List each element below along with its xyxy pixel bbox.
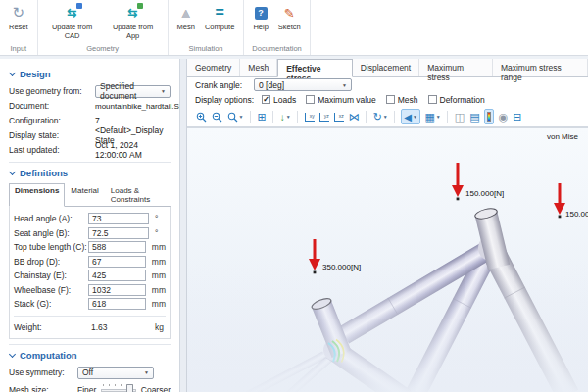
sketch-button[interactable]: ✎ Sketch: [273, 3, 306, 32]
last-updated-value: Oct 1, 2024 12:00:00 AM: [95, 140, 171, 160]
default-view-icon[interactable]: ↓▼: [280, 112, 291, 122]
zoom-out-icon[interactable]: [212, 112, 222, 122]
divider: [272, 111, 273, 122]
tab-loads-constraints[interactable]: Loads & Constraints: [105, 183, 171, 207]
weight-value: 1.63: [88, 322, 149, 332]
definitions-tab-strip: Dimensions Material Loads & Constraints: [9, 183, 171, 207]
compute-button[interactable]: = Compute: [200, 3, 239, 32]
ribbon-group-input: ↻ Reset Input: [0, 0, 38, 55]
load-arrow-1: [452, 163, 464, 200]
scene-light-icon: ◀: [404, 112, 412, 122]
legend-title: von Mise: [547, 132, 578, 141]
section-header-computation[interactable]: Computation: [9, 350, 171, 361]
divider: [14, 316, 166, 317]
update-from-cad-button[interactable]: ⇆ Update from CAD: [42, 3, 103, 42]
print-icon[interactable]: ⊟: [513, 111, 521, 123]
group-caption-documentation: Documentation: [248, 43, 305, 55]
load-label-350n: 350.000[N]: [322, 263, 361, 271]
graphics-viewport[interactable]: von Mise 150.000[N] 150.000[N] 350.000[N…: [187, 127, 588, 392]
results-panel: Geometry Mesh Effective stress Displacem…: [186, 59, 588, 392]
chainstay-input[interactable]: 425: [88, 270, 146, 281]
reset-button[interactable]: ↻ Reset: [4, 3, 33, 32]
mirror-view-icon[interactable]: ⋈: [349, 111, 360, 123]
chevron-down-icon: ▼: [144, 369, 149, 375]
checkbox-maximum-value[interactable]: Maximum value: [306, 95, 376, 105]
snapshot-camera-icon[interactable]: ◉: [499, 111, 509, 123]
bike-frame-3d-view: [187, 128, 588, 392]
color-legend-toggle[interactable]: [484, 109, 494, 124]
compute-icon: =: [215, 7, 223, 19]
help-button[interactable]: ? Help: [248, 3, 272, 32]
split-view-icon[interactable]: ◫: [455, 111, 465, 123]
scene-light-toggle[interactable]: ◀▼: [401, 109, 420, 124]
reset-icon: ↻: [13, 6, 25, 20]
tab-maximum-stress[interactable]: Maximum stress: [419, 59, 493, 76]
collapse-chevron-icon: [9, 70, 16, 76]
divider: [297, 111, 298, 122]
update-from-app-icon: ⇆: [128, 6, 138, 20]
crank-angle-dropdown[interactable]: 0 [deg] ▼: [254, 78, 352, 91]
view-xy-plane-icon[interactable]: xy: [305, 113, 315, 122]
group-caption-simulation: Simulation: [172, 43, 240, 55]
zoom-extents-icon[interactable]: ▼: [227, 112, 244, 122]
tab-maximum-stress-range[interactable]: Maximum stress range: [493, 59, 588, 76]
divider: [394, 111, 395, 122]
load-arrow-2: [554, 183, 565, 218]
zoom-in-icon[interactable]: [196, 112, 207, 122]
chevron-down-icon: ▼: [342, 82, 347, 88]
configuration-value: 7: [95, 116, 100, 125]
use-geometry-dropdown[interactable]: Specified document ▼: [95, 85, 171, 98]
rotate-view-icon[interactable]: ↻▼: [373, 111, 388, 123]
top-tube-length-input[interactable]: 588: [88, 241, 146, 253]
tab-dimensions[interactable]: Dimensions: [9, 183, 65, 207]
update-from-app-button[interactable]: ⇆ Update from App: [103, 3, 164, 42]
wheelbase-input[interactable]: 1032: [88, 284, 146, 296]
checkbox-icon: ✓: [262, 95, 270, 104]
checkbox-icon: [306, 95, 315, 104]
group-caption-geometry: Geometry: [42, 43, 164, 55]
tab-material[interactable]: Material: [65, 183, 104, 207]
sketch-icon: ✎: [284, 6, 295, 21]
mesh-button[interactable]: ▲ Mesh: [172, 3, 200, 32]
mesh-size-slider[interactable]: [101, 382, 135, 392]
transparency-icon[interactable]: ▦▼: [424, 111, 440, 123]
stack-input[interactable]: 618: [88, 298, 146, 310]
use-geometry-label: Use geometry from:: [9, 86, 95, 96]
divider: [250, 111, 251, 122]
tab-effective-stress[interactable]: Effective stress: [277, 59, 353, 77]
results-tab-strip: Geometry Mesh Effective stress Displacem…: [187, 59, 588, 77]
slider-handle[interactable]: [126, 384, 133, 392]
view-yz-plane-icon[interactable]: yz: [319, 113, 329, 122]
ribbon-group-simulation: ▲ Mesh = Compute Simulation: [169, 0, 245, 55]
checkbox-mesh[interactable]: Mesh: [386, 95, 418, 105]
bb-drop-input[interactable]: 67: [88, 256, 146, 268]
help-icon: ?: [255, 7, 268, 20]
tab-geometry[interactable]: Geometry: [187, 59, 240, 76]
display-options-label: Display options:: [195, 95, 262, 105]
checkbox-deformation[interactable]: Deformation: [428, 95, 485, 105]
checkbox-icon: [428, 95, 437, 104]
view-xz-plane-icon[interactable]: xz: [334, 113, 344, 122]
load-label-150n-b: 150.000[N]: [565, 210, 588, 219]
checkbox-icon: [386, 95, 395, 104]
zoom-box-icon[interactable]: ⊞: [257, 111, 266, 123]
collapse-chevron-icon: [9, 351, 16, 358]
divider: [9, 162, 171, 163]
mesh-icon: ▲: [179, 5, 193, 21]
section-header-definitions[interactable]: Definitions: [9, 168, 171, 178]
tab-displacement[interactable]: Displacement: [353, 59, 420, 76]
section-header-design[interactable]: Design: [9, 69, 171, 79]
use-symmetry-dropdown[interactable]: Off ▼: [77, 367, 154, 379]
divider: [447, 111, 448, 122]
settings-sidebar: Design Use geometry from: Specified docu…: [0, 59, 180, 392]
tab-mesh[interactable]: Mesh: [240, 59, 277, 76]
plot-settings-icon[interactable]: ▤: [469, 111, 479, 123]
seat-angle-input[interactable]: 72.5: [88, 227, 149, 239]
color-legend-icon: [487, 112, 491, 122]
checkbox-loads[interactable]: ✓ Loads: [262, 95, 296, 105]
head-angle-input[interactable]: 73: [88, 213, 149, 224]
graphics-toolbar: ▼ ⊞ ↓▼ xy yz xz ⋈ ↻▼ ◀▼ ▦▼ ◫ ▤ ◉ ⊟: [187, 107, 588, 127]
crank-angle-label: Crank angle:: [195, 80, 254, 90]
update-from-cad-icon: ⇆: [68, 6, 77, 20]
document-value: mountainbike_hardtail.SLDPRT: [95, 102, 180, 111]
